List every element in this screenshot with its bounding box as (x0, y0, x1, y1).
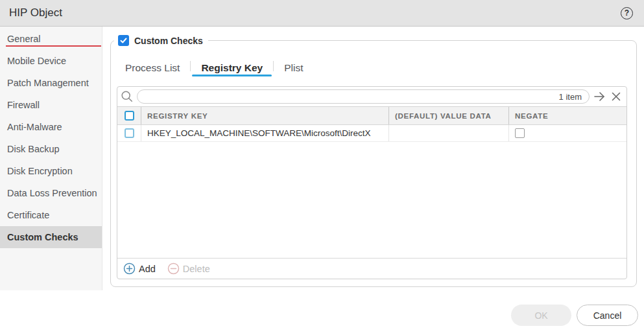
search-bar: 1 item (117, 87, 626, 106)
close-icon (610, 91, 622, 102)
sidebar-item-disk-encryption[interactable]: Disk Encryption (0, 160, 102, 182)
sidebar: General Mobile Device Patch Management F… (0, 27, 102, 290)
row-registry-key-cell[interactable]: HKEY_LOCAL_MACHINE\SOFTWARE\Microsoft\Di… (141, 125, 388, 141)
sidebar-item-data-loss-prevention[interactable]: Data Loss Prevention (0, 182, 102, 204)
search-icon (121, 90, 134, 103)
clear-filter-icon[interactable] (610, 91, 622, 102)
title-bar: HIP Object ? (0, 0, 644, 27)
custom-checks-checkbox[interactable] (118, 35, 129, 46)
tab-divider (273, 61, 274, 71)
right-arrow-icon (593, 90, 607, 103)
row-negate-cell (508, 125, 626, 141)
tab-bar: Process List Registry Key Plist (116, 58, 312, 76)
sidebar-item-patch-management[interactable]: Patch Management (0, 72, 102, 94)
add-button[interactable]: Add (123, 262, 156, 275)
sidebar-item-certificate[interactable]: Certificate (0, 204, 102, 226)
tab-divider (190, 61, 191, 71)
sidebar-item-firewall[interactable]: Firewall (0, 94, 102, 116)
custom-checks-legend: Custom Checks (114, 35, 208, 46)
dialog-title: HIP Object (9, 6, 62, 19)
custom-checks-label: Custom Checks (134, 36, 203, 46)
negate-checkbox[interactable] (515, 128, 525, 138)
header-checkbox-cell (117, 107, 141, 124)
tab-registry-key[interactable]: Registry Key (192, 58, 272, 76)
search-pill: 1 item (137, 89, 590, 104)
tab-process-list[interactable]: Process List (116, 58, 189, 76)
table-footer: Add Delete (117, 258, 626, 279)
search-input[interactable] (145, 92, 555, 102)
header-negate[interactable]: NEGATE (508, 107, 626, 124)
sidebar-item-general[interactable]: General (0, 28, 102, 50)
table-row[interactable]: HKEY_LOCAL_MACHINE\SOFTWARE\Microsoft\Di… (117, 125, 626, 142)
row-select-checkbox[interactable] (125, 128, 134, 138)
table-empty-area (117, 142, 626, 258)
sidebar-item-custom-checks[interactable]: Custom Checks (0, 226, 102, 248)
ok-button[interactable]: OK (511, 305, 571, 326)
table-header-row: REGISTRY KEY (DEFAULT) VALUE DATA NEGATE (117, 106, 626, 125)
apply-filter-arrow-icon[interactable] (593, 90, 607, 103)
header-registry-key[interactable]: REGISTRY KEY (141, 107, 388, 124)
item-count-badge: 1 item (559, 92, 582, 102)
plus-circle-icon (123, 262, 136, 275)
sidebar-item-anti-malware[interactable]: Anti-Malware (0, 116, 102, 138)
registry-key-value: HKEY_LOCAL_MACHINE\SOFTWARE\Microsoft\Di… (147, 128, 371, 138)
registry-key-table-panel: 1 item REGISTRY KEY (117, 86, 627, 279)
checkmark-icon (120, 37, 127, 44)
tab-plist[interactable]: Plist (275, 58, 312, 76)
sidebar-item-disk-backup[interactable]: Disk Backup (0, 138, 102, 160)
minus-circle-icon (167, 262, 180, 275)
select-all-checkbox[interactable] (125, 111, 134, 121)
cancel-button[interactable]: Cancel (577, 305, 638, 326)
help-icon[interactable]: ? (621, 7, 633, 19)
delete-button[interactable]: Delete (167, 262, 210, 275)
header-default-value-data[interactable]: (DEFAULT) VALUE DATA (388, 107, 508, 124)
hip-object-dialog: HIP Object ? General Mobile Device Patch… (0, 0, 644, 335)
sidebar-item-mobile-device[interactable]: Mobile Device (0, 50, 102, 72)
row-default-value-data-cell[interactable] (388, 125, 508, 141)
row-checkbox-cell (117, 125, 141, 141)
